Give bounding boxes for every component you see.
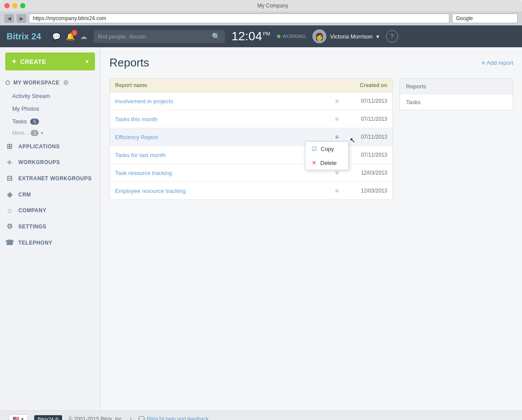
table-row: Involvement in projects ≡ 07/11/2013 bbox=[110, 92, 392, 110]
report-name[interactable]: Involvement in projects bbox=[115, 98, 333, 105]
create-button[interactable]: + CREATE ▾ bbox=[5, 52, 95, 70]
table-row: Efficiency Report ≡ ↖ 07/11/2013 ☑ Copy … bbox=[110, 128, 392, 146]
bitrix-badge: Bitrix24 ® bbox=[34, 415, 62, 420]
avatar: 👩 bbox=[312, 29, 326, 43]
report-name[interactable]: Tasks for last month bbox=[115, 152, 333, 158]
forward-button[interactable]: ▶ bbox=[17, 14, 26, 23]
username: Victoria Morrison bbox=[330, 33, 372, 40]
chat-icon: 💬 bbox=[138, 416, 145, 420]
more-dropdown-icon: ▾ bbox=[41, 130, 43, 136]
sidebar-item-more[interactable]: More... 3 ▾ bbox=[0, 128, 100, 138]
sidebar-item-crm[interactable]: ◈ CRM bbox=[0, 186, 100, 203]
right-panel-item-tasks[interactable]: Tasks bbox=[400, 94, 513, 110]
user-menu[interactable]: 👩 Victoria Morrison ▾ bbox=[312, 29, 379, 43]
help-button[interactable]: ? bbox=[386, 30, 398, 42]
more-badge: 3 bbox=[31, 130, 39, 136]
row-menu-icon[interactable]: ≡ bbox=[333, 115, 341, 123]
right-panel-item-reports[interactable]: Reports bbox=[400, 79, 513, 94]
row-menu-icon[interactable]: ≡ bbox=[333, 133, 341, 141]
page-title: Reports bbox=[109, 56, 481, 70]
table-row: Tasks this month ≡ 07/11/2013 bbox=[110, 110, 392, 128]
table-header: Report name Created on bbox=[110, 79, 392, 92]
nav-icons: 💬 🔔 1 ☁ bbox=[52, 32, 87, 41]
sidebar-item-company[interactable]: ⌂ COMPANY bbox=[0, 203, 100, 218]
right-panel: Reports Tasks bbox=[399, 78, 513, 110]
my-workspace-section: ⬡ MY WORKSPACE ⚙ Activity Stream My Phot… bbox=[0, 76, 100, 138]
search-icon: 🔍 bbox=[212, 32, 221, 41]
context-menu-copy[interactable]: ☑ Copy bbox=[305, 142, 348, 156]
url-bar[interactable]: https://mycompany.bitrix24.com bbox=[29, 14, 449, 23]
minimize-button[interactable] bbox=[12, 3, 18, 8]
report-date: 07/11/2013 bbox=[343, 134, 387, 140]
global-search[interactable]: find people, docum 🔍 bbox=[94, 30, 225, 43]
report-date: 12/03/2013 bbox=[343, 188, 387, 194]
page-header: Reports + Add report bbox=[109, 56, 513, 70]
report-name[interactable]: Tasks this month bbox=[115, 116, 333, 122]
sidebar-item-settings[interactable]: ⚙ SETTINGS bbox=[0, 218, 100, 234]
notifications-badge: 1 bbox=[71, 30, 77, 36]
workgroups-icon: ⟡ bbox=[5, 158, 14, 166]
report-date: 07/11/2013 bbox=[343, 152, 387, 158]
content-area: Report name Created on Involvement in pr… bbox=[109, 78, 513, 200]
report-name[interactable]: Efficiency Report bbox=[115, 134, 333, 140]
report-date: 07/11/2013 bbox=[343, 98, 387, 104]
working-status[interactable]: WORKING bbox=[277, 34, 306, 39]
language-selector[interactable]: 🇺🇸 ▾ bbox=[9, 414, 28, 420]
sidebar-item-tasks[interactable]: Tasks 5 bbox=[0, 115, 100, 128]
main-content: Reports + Add report Report name Created… bbox=[101, 47, 522, 410]
back-button[interactable]: ◀ bbox=[4, 14, 14, 23]
footer-help-link[interactable]: 💬 Bitrix24 help and feedback bbox=[138, 416, 209, 420]
separator: | bbox=[130, 416, 131, 420]
col-header-date: Created on bbox=[335, 82, 387, 88]
context-menu-delete[interactable]: ✕ Delete bbox=[305, 156, 348, 170]
sidebar: + CREATE ▾ ⬡ MY WORKSPACE ⚙ Activity Str… bbox=[0, 47, 101, 410]
clock-display: 12:04 PM bbox=[231, 29, 270, 43]
sidebar-item-telephony[interactable]: ☎ TELEPHONY bbox=[0, 234, 100, 251]
context-menu: ☑ Copy ✕ Delete bbox=[305, 141, 349, 170]
footer: 🇺🇸 ▾ Bitrix24 ® © 2001-2015 Bitrix, Inc.… bbox=[0, 410, 522, 420]
sidebar-item-activity-stream[interactable]: Activity Stream bbox=[0, 90, 100, 102]
upload-icon[interactable]: ☁ bbox=[80, 32, 87, 41]
top-navigation: Bitrix 24 💬 🔔 1 ☁ find people, docum 🔍 1… bbox=[0, 25, 522, 47]
workspace-settings-icon[interactable]: ⚙ bbox=[63, 79, 69, 86]
reports-table: Report name Created on Involvement in pr… bbox=[109, 78, 393, 200]
telephony-icon: ☎ bbox=[5, 238, 14, 247]
workspace-icon: ⬡ bbox=[5, 80, 10, 86]
add-report-link[interactable]: + Add report bbox=[481, 59, 513, 67]
tasks-badge: 5 bbox=[30, 119, 39, 125]
extranet-icon: ⊟ bbox=[5, 174, 14, 182]
browser-search[interactable]: Google bbox=[452, 14, 518, 23]
report-date: 07/11/2013 bbox=[343, 116, 387, 122]
dropdown-icon: ▾ bbox=[21, 416, 24, 420]
copyright-text: © 2001-2015 Bitrix, Inc. bbox=[69, 416, 124, 420]
registered-icon: ® bbox=[55, 416, 59, 420]
applications-icon: ⊞ bbox=[5, 142, 14, 150]
notifications-icon[interactable]: 🔔 1 bbox=[66, 32, 75, 41]
report-date: 12/03/2013 bbox=[343, 170, 387, 176]
copy-icon: ☑ bbox=[312, 145, 317, 152]
company-icon: ⌂ bbox=[5, 206, 14, 214]
sidebar-item-applications[interactable]: ⊞ APPLICATIONS bbox=[0, 138, 100, 154]
report-name[interactable]: Employee resource tracking bbox=[115, 188, 333, 194]
crm-icon: ◈ bbox=[5, 190, 14, 199]
row-menu-icon[interactable]: ≡ bbox=[333, 186, 341, 195]
sidebar-item-workgroups[interactable]: ⟡ WORKGROUPS bbox=[0, 154, 100, 170]
maximize-button[interactable] bbox=[20, 3, 25, 8]
table-row: Task resource tracking ≡ 12/03/2013 bbox=[110, 164, 392, 182]
create-plus-icon: + bbox=[12, 57, 17, 66]
settings-icon: ⚙ bbox=[5, 222, 14, 231]
col-header-name: Report name bbox=[115, 82, 335, 88]
my-workspace-header[interactable]: ⬡ MY WORKSPACE ⚙ bbox=[0, 76, 100, 90]
chat-icon[interactable]: 💬 bbox=[52, 32, 61, 41]
table-row: Tasks for last month ≡ 07/11/2013 bbox=[110, 146, 392, 164]
create-dropdown-icon: ▾ bbox=[86, 59, 89, 65]
add-report-plus-icon: + bbox=[481, 59, 485, 67]
row-menu-icon[interactable]: ≡ bbox=[333, 97, 341, 105]
report-name[interactable]: Task resource tracking bbox=[115, 170, 333, 176]
window-chrome: My Company bbox=[0, 0, 522, 11]
status-dot bbox=[277, 35, 280, 38]
close-button[interactable] bbox=[4, 3, 10, 8]
sidebar-item-my-photos[interactable]: My Photos bbox=[0, 102, 100, 115]
sidebar-item-extranet[interactable]: ⊟ EXTRANET WORKGROUPS bbox=[0, 170, 100, 186]
window-title: My Company bbox=[28, 3, 518, 9]
